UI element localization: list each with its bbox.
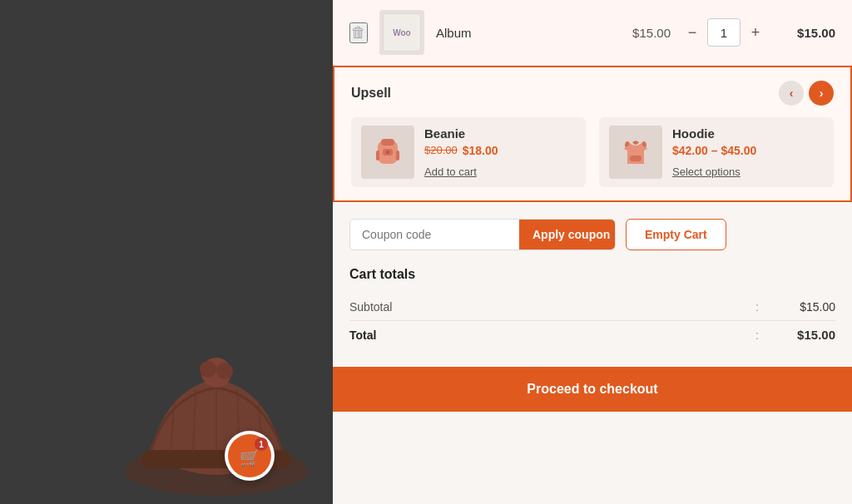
quantity-control: − + xyxy=(682,18,765,47)
right-panel: 🗑 Woo Album $15.00 − + $15.00 Upsell ‹ › xyxy=(333,0,852,504)
upsell-prev-button[interactable]: ‹ xyxy=(779,81,804,106)
woo-logo: Woo xyxy=(383,13,421,52)
delete-item-button[interactable]: 🗑 xyxy=(349,22,368,43)
total-label: Total xyxy=(349,329,746,342)
svg-point-8 xyxy=(200,361,216,378)
upsell-navigation: ‹ › xyxy=(779,81,834,106)
select-hoodie-options-button[interactable]: Select options xyxy=(672,166,741,178)
cart-totals-title: Cart totals xyxy=(349,267,835,282)
checkout-section: Proceed to checkout xyxy=(333,357,852,412)
upsell-product-hoodie: Hoodie $42.00 – $45.00 Select options xyxy=(599,117,834,187)
quantity-decrease-button[interactable]: − xyxy=(682,22,702,42)
beanie-thumbnail xyxy=(361,126,414,179)
hoodie-info: Hoodie $42.00 – $45.00 Select options xyxy=(672,126,824,179)
beanie-price-old: $20.00 xyxy=(424,144,458,156)
quantity-input[interactable] xyxy=(707,18,741,47)
svg-point-9 xyxy=(216,363,233,379)
cart-badge-inner: 1 🛒 xyxy=(228,434,271,477)
subtotal-value: $15.00 xyxy=(769,300,835,314)
apply-coupon-button[interactable]: Apply coupon xyxy=(519,220,616,250)
hoodie-icon xyxy=(617,134,654,170)
beanie-info: Beanie $20.00 $18.00 Add to cart xyxy=(424,126,576,179)
coupon-group: Apply coupon xyxy=(349,219,616,250)
coupon-input[interactable] xyxy=(350,220,519,250)
empty-cart-button[interactable]: Empty Cart xyxy=(626,219,726,250)
left-panel: 1 🛒 xyxy=(0,0,333,504)
total-value: $15.00 xyxy=(769,328,835,342)
upsell-section: Upsell ‹ › xyxy=(333,66,852,202)
total-row: Total : $15.00 xyxy=(349,321,835,348)
proceed-to-checkout-button[interactable]: Proceed to checkout xyxy=(333,367,852,412)
cart-item-row: 🗑 Woo Album $15.00 − + $15.00 xyxy=(333,0,852,66)
hoodie-prices: $42.00 – $45.00 xyxy=(672,144,824,157)
product-thumbnail: Woo xyxy=(379,10,424,55)
cart-icon: 🛒 xyxy=(240,447,260,467)
upsell-products-list: Beanie $20.00 $18.00 Add to cart xyxy=(351,117,834,187)
backpack-icon xyxy=(369,134,406,170)
upsell-header: Upsell ‹ › xyxy=(351,81,834,106)
product-total-price: $15.00 xyxy=(777,26,835,40)
subtotal-row: Subtotal : $15.00 xyxy=(349,294,835,321)
svg-rect-15 xyxy=(396,151,399,161)
hoodie-thumbnail xyxy=(609,126,662,179)
upsell-title: Upsell xyxy=(351,86,391,101)
upsell-next-button[interactable]: › xyxy=(809,81,834,106)
cart-item-count: 1 xyxy=(255,437,268,451)
svg-rect-14 xyxy=(376,151,379,161)
quantity-increase-button[interactable]: + xyxy=(746,22,765,42)
total-separator: : xyxy=(755,329,759,342)
hoodie-price-range: $42.00 – $45.00 xyxy=(672,144,756,157)
add-beanie-to-cart-button[interactable]: Add to cart xyxy=(424,166,477,178)
coupon-row: Apply coupon Empty Cart xyxy=(333,202,852,250)
subtotal-label: Subtotal xyxy=(349,300,746,314)
cart-badge[interactable]: 1 🛒 xyxy=(225,431,275,481)
svg-rect-11 xyxy=(381,139,394,146)
product-name: Album xyxy=(436,26,601,40)
beanie-name: Beanie xyxy=(424,126,576,141)
subtotal-separator: : xyxy=(755,300,759,314)
product-unit-price: $15.00 xyxy=(612,26,671,40)
cart-totals-section: Cart totals Subtotal : $15.00 Total : $1… xyxy=(333,250,852,357)
beanie-prices: $20.00 $18.00 xyxy=(424,144,576,157)
beanie-illustration xyxy=(100,321,333,504)
svg-rect-16 xyxy=(630,156,641,161)
beanie-price-new: $18.00 xyxy=(463,144,498,157)
hoodie-name: Hoodie xyxy=(672,126,824,141)
upsell-product-beanie: Beanie $20.00 $18.00 Add to cart xyxy=(351,117,586,187)
svg-point-13 xyxy=(386,151,389,154)
